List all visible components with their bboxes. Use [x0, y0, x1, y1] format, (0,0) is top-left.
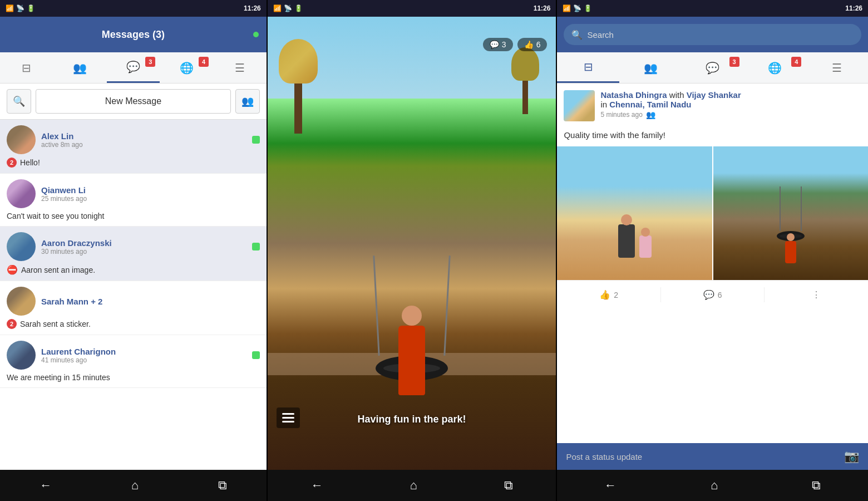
recents-button-3[interactable]: ⧉ — [812, 478, 821, 493]
like-count: 2 — [614, 291, 618, 299]
swing-mini-child — [785, 241, 796, 263]
list-item[interactable]: Qianwen Li 25 minutes ago Can't wait to … — [0, 174, 267, 227]
msg-preview: ⛔ Aaron sent an image. — [0, 263, 267, 281]
wifi-icon: 📶 — [6, 4, 14, 12]
time-1: 11:26 — [244, 4, 261, 12]
status-bar-1: 📶 📡 🔋 11:26 — [0, 0, 267, 17]
camera-button[interactable]: 📷 — [844, 449, 859, 464]
error-icon: ⛔ — [7, 264, 18, 275]
battery-icon-2: 🔋 — [294, 4, 303, 12]
more-button[interactable]: ⋮ — [765, 285, 868, 304]
status-placeholder[interactable]: Post a status update — [566, 452, 839, 461]
hamburger-button[interactable] — [277, 407, 300, 428]
tab-globe-1[interactable]: 🌐 4 — [160, 52, 213, 83]
messages-panel: 📶 📡 🔋 11:26 Messages (3) ⊟ 👥 💬 3 🌐 4 ☰ — [0, 0, 267, 501]
wifi-icon-2: 📶 — [273, 4, 282, 12]
back-button-3[interactable]: ← — [604, 478, 617, 493]
tab-menu-1[interactable]: ☰ — [213, 52, 267, 83]
group-icon: 👥 — [241, 95, 254, 107]
likes-pill: 👍 6 — [517, 38, 548, 51]
beach-figures — [618, 224, 652, 258]
status-icons-3: 📶 📡 🔋 — [563, 4, 592, 12]
tab-home-3[interactable]: ⊟ — [557, 52, 619, 83]
swing-mini — [774, 231, 807, 263]
tab-globe-3[interactable]: 🌐 4 — [744, 52, 806, 83]
tab-friends-1[interactable]: 👥 — [53, 52, 107, 83]
search-button[interactable]: 🔍 — [7, 89, 31, 114]
reaction-pills: 💬 3 👍 6 — [483, 38, 548, 51]
search-bar[interactable]: 🔍 Search — [564, 24, 861, 45]
tree-decoration — [279, 39, 318, 134]
recents-button-2[interactable]: ⧉ — [504, 478, 513, 493]
globe-badge-3: 4 — [791, 57, 801, 67]
post-text: Quality time with the family! — [557, 128, 868, 146]
tagged-name[interactable]: Vijay Shankar — [687, 90, 741, 100]
time-3: 11:26 — [845, 4, 862, 12]
author-name[interactable]: Natasha Dhingra — [600, 90, 667, 100]
list-item[interactable]: Alex Lin active 8m ago 2 Hello! — [0, 120, 267, 174]
tab-friends-3[interactable]: 👥 — [619, 52, 682, 83]
tab-messages-1[interactable]: 💬 3 — [107, 52, 160, 83]
tab-home-1[interactable]: ⊟ — [0, 52, 53, 83]
back-button-1[interactable]: ← — [40, 478, 52, 493]
msg-info: Laurent Charignon 41 minutes ago — [41, 347, 246, 364]
list-item[interactable]: Sarah Mann + 2 2 Sarah sent a sticker. — [0, 281, 267, 335]
home-button-2[interactable]: ⌂ — [410, 478, 417, 493]
preview-text: Hello! — [20, 158, 40, 167]
avatar — [7, 341, 36, 370]
msg-info: Qianwen Li 25 minutes ago — [41, 185, 260, 203]
recents-button-1[interactable]: ⧉ — [218, 478, 227, 493]
msg-time: active 8m ago — [41, 141, 246, 149]
signal-icon-2: 📡 — [284, 4, 292, 12]
newsfeed-header: 🔍 Search — [557, 17, 868, 52]
nav-tabs-1: ⊟ 👥 💬 3 🌐 4 ☰ — [0, 52, 267, 84]
unread-badge: 2 — [7, 319, 17, 329]
msg-name: Aaron Draczynski — [41, 238, 246, 248]
more-action-icon: ⋮ — [812, 289, 821, 300]
android-nav-2: ← ⌂ ⧉ — [268, 470, 556, 501]
status-icons-2: 📶 📡 🔋 — [273, 4, 303, 12]
tab-menu-3[interactable]: ☰ — [806, 52, 868, 83]
avatar — [7, 287, 36, 316]
comment-button[interactable]: 💬 6 — [661, 285, 765, 304]
msg-preview: 2 Sarah sent a sticker. — [0, 318, 267, 335]
post-location[interactable]: Chennai, Tamil Nadu — [609, 100, 691, 109]
post-card: Natasha Dhingra with Vijay Shankar in Ch… — [557, 84, 868, 443]
like-button[interactable]: 👍 2 — [557, 285, 660, 304]
post-image-beach[interactable] — [557, 146, 712, 280]
home-button-1[interactable]: ⌂ — [131, 478, 139, 493]
list-item[interactable]: Aaron Draczynski 30 minutes ago ⛔ Aaron … — [0, 227, 267, 281]
hamburger-icon[interactable] — [277, 407, 300, 428]
menu-icon-3: ☰ — [832, 61, 842, 75]
swing-assembly — [367, 356, 456, 381]
msg-time: 25 minutes ago — [41, 195, 260, 203]
photo-panel: 📶 📡 🔋 11:26 — [268, 0, 556, 501]
photo-content: 💬 3 👍 6 Having fun in the park! — [268, 17, 556, 470]
battery-icon-3: 🔋 — [584, 4, 592, 12]
newsfeed-panel: 📶 📡 🔋 11:26 🔍 Search ⊟ 👥 💬 3 🌐 4 ☰ — [557, 0, 868, 501]
online-indicator — [253, 32, 259, 37]
status-update-bar[interactable]: Post a status update 📷 — [557, 443, 868, 470]
friends-icon-1: 👥 — [73, 61, 87, 75]
message-list: Alex Lin active 8m ago 2 Hello! Qianwen … — [0, 120, 267, 470]
tree-decoration-2 — [511, 47, 539, 114]
home-button-3[interactable]: ⌂ — [711, 478, 718, 493]
android-nav-1: ← ⌂ ⧉ — [0, 470, 267, 501]
tab-messages-3[interactable]: 💬 3 — [682, 52, 744, 83]
avatar — [7, 125, 36, 154]
comment-count: 6 — [718, 291, 722, 299]
status-bar-3: 📶 📡 🔋 11:26 — [557, 0, 868, 17]
status-bar-2: 📶 📡 🔋 11:26 — [268, 0, 556, 17]
new-message-button[interactable]: New Message — [36, 89, 231, 114]
comments-pill: 💬 3 — [483, 38, 513, 51]
post-avatar-image — [564, 90, 595, 121]
list-item[interactable]: Laurent Charignon 41 minutes ago We are … — [0, 335, 267, 388]
back-button-2[interactable]: ← — [311, 478, 323, 493]
comment-icon: 💬 — [490, 40, 499, 49]
post-with: with — [669, 90, 687, 100]
msg-preview: We are meeting in 15 minutes — [0, 372, 267, 387]
group-button[interactable]: 👥 — [235, 89, 260, 114]
online-dot — [252, 136, 260, 144]
unread-badge: 2 — [7, 158, 17, 168]
post-image-swing[interactable] — [713, 146, 868, 280]
